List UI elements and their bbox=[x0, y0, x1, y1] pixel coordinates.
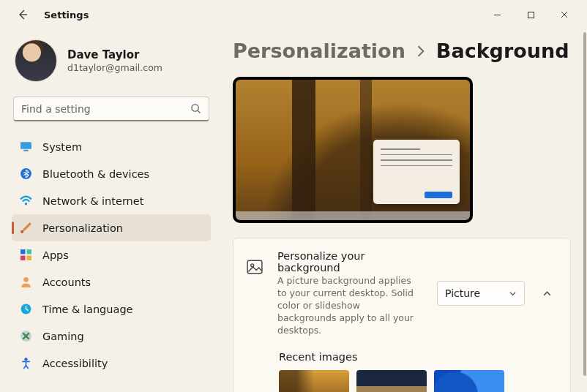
panel-title: Personalize your background bbox=[277, 250, 421, 274]
maximize-button[interactable] bbox=[514, 3, 547, 26]
accessibility-icon bbox=[19, 357, 32, 370]
maximize-icon bbox=[527, 11, 535, 19]
close-button[interactable] bbox=[547, 3, 581, 26]
preview-sample-window bbox=[373, 140, 460, 204]
person-icon bbox=[19, 276, 32, 289]
svg-rect-8 bbox=[26, 249, 31, 254]
sidebar-item-personalization[interactable]: Personalization bbox=[12, 214, 211, 241]
sidebar-item-label: Time & language bbox=[42, 304, 133, 315]
chevron-down-icon bbox=[509, 290, 517, 298]
svg-point-11 bbox=[23, 277, 29, 282]
avatar bbox=[15, 39, 57, 82]
preview-text-lines bbox=[381, 148, 452, 170]
sidebar-item-label: Accounts bbox=[42, 276, 91, 288]
profile-name: Dave Taylor bbox=[67, 48, 162, 61]
main-content: Personalization Background bbox=[218, 29, 587, 392]
svg-rect-2 bbox=[20, 142, 31, 149]
svg-rect-9 bbox=[20, 256, 25, 260]
sidebar-item-network[interactable]: Network & internet bbox=[12, 187, 211, 214]
preview-wallpaper bbox=[236, 80, 470, 220]
search-icon bbox=[190, 103, 201, 114]
sidebar-item-apps[interactable]: Apps bbox=[12, 241, 211, 268]
arrow-left-icon bbox=[17, 9, 29, 20]
background-type-select[interactable]: Picture bbox=[437, 281, 525, 306]
breadcrumb: Personalization Background bbox=[233, 39, 571, 62]
page-title: Background bbox=[436, 39, 569, 62]
panel-description: A picture background applies to your cur… bbox=[277, 275, 421, 336]
vertical-scrollbar[interactable] bbox=[583, 32, 586, 376]
minimize-button[interactable] bbox=[480, 3, 514, 26]
svg-rect-10 bbox=[26, 256, 31, 260]
search-box[interactable] bbox=[13, 97, 209, 121]
brush-icon bbox=[19, 222, 32, 235]
sidebar-item-bluetooth[interactable]: Bluetooth & devices bbox=[12, 160, 211, 187]
bluetooth-icon bbox=[19, 167, 32, 181]
svg-rect-7 bbox=[20, 249, 25, 254]
sidebar-item-time[interactable]: Time & language bbox=[12, 295, 211, 323]
recent-images-heading: Recent images bbox=[279, 351, 558, 363]
sidebar-item-label: Apps bbox=[42, 249, 69, 261]
svg-rect-3 bbox=[23, 150, 28, 151]
sidebar-item-system[interactable]: System bbox=[12, 133, 211, 160]
svg-rect-15 bbox=[247, 260, 262, 274]
sidebar-item-label: Gaming bbox=[42, 331, 84, 342]
svg-point-16 bbox=[251, 264, 254, 267]
apps-icon bbox=[19, 249, 32, 262]
monitor-icon bbox=[19, 140, 32, 154]
svg-point-1 bbox=[192, 105, 198, 111]
background-panel: Personalize your background A picture ba… bbox=[233, 238, 571, 392]
sidebar-item-gaming[interactable]: Gaming bbox=[12, 323, 211, 350]
sidebar-item-label: Network & internet bbox=[42, 195, 143, 207]
sidebar-item-label: Personalization bbox=[42, 222, 123, 234]
sidebar-item-accessibility[interactable]: Accessibility bbox=[12, 350, 211, 377]
select-value: Picture bbox=[445, 287, 480, 299]
preview-taskbar bbox=[236, 211, 470, 220]
clock-globe-icon bbox=[19, 303, 32, 316]
recent-image-thumbnail[interactable] bbox=[356, 370, 427, 392]
profile-block[interactable]: Dave Taylor d1taylor@gmail.com bbox=[12, 35, 211, 94]
svg-point-14 bbox=[24, 358, 27, 361]
close-icon bbox=[560, 10, 569, 19]
sidebar-item-accounts[interactable]: Accounts bbox=[12, 268, 211, 295]
xbox-icon bbox=[19, 330, 32, 343]
sidebar: Dave Taylor d1taylor@gmail.com System bbox=[0, 29, 218, 392]
sidebar-item-label: System bbox=[42, 141, 82, 153]
nav-list: System Bluetooth & devices Network & int… bbox=[12, 133, 211, 377]
search-input[interactable] bbox=[21, 103, 190, 115]
preview-accent-button bbox=[425, 192, 452, 198]
svg-rect-0 bbox=[528, 12, 534, 18]
profile-text: Dave Taylor d1taylor@gmail.com bbox=[67, 48, 162, 73]
titlebar: Settings bbox=[0, 0, 587, 29]
window-controls bbox=[480, 3, 581, 26]
picture-icon bbox=[247, 259, 267, 277]
sidebar-item-label: Bluetooth & devices bbox=[42, 168, 149, 180]
back-button[interactable] bbox=[13, 5, 32, 24]
breadcrumb-parent[interactable]: Personalization bbox=[233, 39, 405, 62]
chevron-right-icon bbox=[416, 45, 426, 58]
svg-point-6 bbox=[20, 230, 23, 233]
desktop-preview bbox=[233, 77, 473, 223]
wifi-icon bbox=[19, 195, 32, 208]
recent-image-thumbnail[interactable] bbox=[279, 370, 349, 392]
profile-email: d1taylor@gmail.com bbox=[67, 62, 162, 73]
recent-images-row bbox=[279, 370, 558, 392]
panel-collapse-button[interactable] bbox=[535, 281, 558, 306]
sidebar-item-label: Accessibility bbox=[42, 358, 108, 369]
recent-image-thumbnail[interactable] bbox=[434, 370, 504, 392]
svg-point-5 bbox=[24, 203, 26, 205]
window-title: Settings bbox=[44, 10, 89, 20]
chevron-up-icon bbox=[542, 289, 552, 298]
minimize-icon bbox=[493, 11, 501, 19]
